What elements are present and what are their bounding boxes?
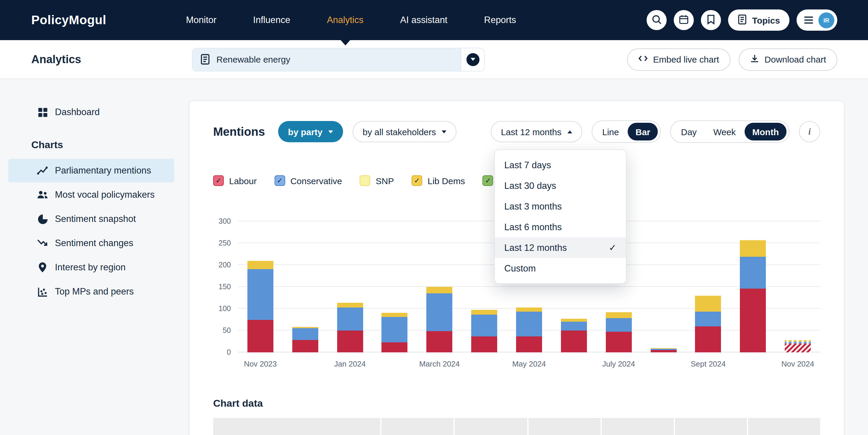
range-option-last-30-days[interactable]: Last 30 days [495, 175, 626, 196]
legend-label: Lib Dems [428, 176, 465, 186]
nav-item-analytics[interactable]: Analytics [327, 0, 364, 40]
checkbox-snp[interactable] [360, 175, 371, 186]
granularity-toggle: DayWeekMonth [671, 121, 790, 143]
sidebar-item-sentiment-snapshot[interactable]: Sentiment snapshot [8, 207, 174, 231]
embed-live-chart-button[interactable]: Embed live chart [627, 48, 730, 70]
calendar-button[interactable] [674, 10, 694, 30]
range-option-last-3-months[interactable]: Last 3 months [495, 196, 626, 216]
scatter-chart-icon [37, 286, 49, 297]
bar-slot [641, 221, 686, 353]
x-tick-label [372, 360, 417, 368]
bar-slot [283, 221, 328, 353]
search-button[interactable] [647, 10, 666, 30]
toggle-line[interactable]: Line [595, 123, 627, 140]
bar-segment-labour [247, 320, 273, 353]
chart-data-heading: Chart data [213, 398, 820, 410]
bookmark-icon [706, 14, 716, 26]
checkbox-plaid-cymru[interactable]: ✓ [483, 175, 493, 186]
checkbox-lib-dems[interactable]: ✓ [411, 175, 422, 186]
sidebar-item-label: Most vocal policymakers [55, 190, 155, 200]
bar-segment-conservative [561, 322, 587, 331]
brand-logo[interactable]: PolicyMogul [31, 0, 106, 40]
download-chart-button[interactable]: Download chart [739, 48, 837, 70]
bar-segment-conservative [695, 312, 721, 326]
bar-oct-2024[interactable] [740, 221, 766, 353]
range-option-last-12-months[interactable]: Last 12 months✓ [495, 237, 626, 258]
panel-header: Mentions by party by all stakeholders La… [213, 121, 820, 142]
bar-segment-conservative [471, 314, 497, 336]
y-tick-label: 200 [218, 261, 231, 269]
dashboard-grid-icon [37, 106, 49, 118]
bar-sept-2024[interactable] [695, 221, 721, 353]
download-icon [750, 54, 760, 65]
bar-march-2024[interactable] [427, 221, 453, 353]
legend-item-snp[interactable]: SNP [360, 175, 394, 186]
sidebar-item-parliamentary-mentions[interactable]: Parliamentary mentions [8, 159, 174, 182]
bookmark-button[interactable] [701, 10, 721, 30]
navbar-actions: Topics IR [647, 0, 837, 40]
legend-label: SNP [376, 176, 394, 186]
bar-slot [731, 221, 776, 353]
bar-segment-labour [650, 350, 676, 353]
info-button[interactable]: i [799, 121, 820, 142]
y-tick-label: 250 [218, 239, 231, 247]
sidebar-section-heading: Charts [0, 125, 177, 159]
bar-nov-2023[interactable] [247, 221, 273, 353]
bar-segment-conservative [427, 293, 453, 331]
x-tick-label [462, 360, 507, 368]
bar-april-2024[interactable] [471, 221, 497, 353]
bar-segment-labour [785, 343, 811, 353]
range-option-last-7-days[interactable]: Last 7 days [495, 155, 626, 175]
checkbox-labour[interactable]: ✓ [213, 175, 224, 186]
avatar[interactable]: IR [818, 12, 834, 28]
bar-segment-labour [695, 326, 721, 353]
by-party-dropdown[interactable]: by party [278, 121, 343, 142]
sidebar-item-most-vocal-policymakers[interactable]: Most vocal policymakers [8, 183, 174, 207]
sidebar-item-label: Dashboard [55, 107, 100, 118]
map-pin-icon [37, 262, 49, 273]
table-header-cell [213, 418, 382, 435]
bar-segment-lib-dems [516, 307, 542, 312]
bar-segment-labour [382, 342, 408, 353]
bar-aug-2024[interactable] [650, 221, 676, 353]
topic-select[interactable]: Renewable energy [192, 47, 485, 71]
bar-segment-conservative [247, 269, 273, 320]
sidebar-item-sentiment-changes[interactable]: Sentiment changes [8, 231, 174, 255]
legend-item-labour[interactable]: ✓Labour [213, 175, 256, 186]
x-tick-label: Jan 2024 [328, 360, 372, 368]
toggle-week[interactable]: Week [706, 123, 743, 140]
menu-icon [804, 16, 813, 24]
topics-button[interactable]: Topics [728, 9, 789, 31]
toggle-bar[interactable]: Bar [628, 123, 658, 140]
legend-item-lib-dems[interactable]: ✓Lib Dems [411, 175, 465, 186]
sidebar-item-dashboard[interactable]: Dashboard [8, 100, 174, 124]
nav-item-monitor[interactable]: Monitor [186, 0, 216, 40]
y-axis: 050100150200250300 [213, 221, 238, 353]
account-menu[interactable]: IR [797, 9, 837, 31]
sidebar-item-top-mps-and-peers[interactable]: Top MPs and peers [8, 280, 174, 303]
bar-segment-lib-dems [606, 312, 631, 319]
sidebar-item-label: Interest by region [55, 262, 126, 273]
range-dropdown-button[interactable]: Last 12 months [491, 121, 582, 142]
bar-jan-2024[interactable] [337, 221, 363, 353]
toggle-month[interactable]: Month [745, 123, 786, 140]
sidebar-item-interest-by-region[interactable]: Interest by region [8, 256, 174, 279]
nav-item-ai-assistant[interactable]: AI assistant [400, 0, 447, 40]
stakeholders-dropdown[interactable]: by all stakeholders [352, 121, 457, 142]
range-option-last-6-months[interactable]: Last 6 months [495, 216, 626, 237]
table-header-cell [675, 418, 748, 435]
y-tick-label: 100 [218, 305, 231, 313]
bar-nov-2024[interactable] [785, 221, 811, 353]
sidebar-item-label: Sentiment snapshot [55, 214, 136, 224]
nav-item-reports[interactable]: Reports [484, 0, 516, 40]
bar-slot [328, 221, 372, 353]
toggle-day[interactable]: Day [674, 123, 705, 140]
checkbox-conservative[interactable]: ✓ [274, 175, 285, 186]
range-option-custom[interactable]: Custom [495, 258, 626, 278]
bar-segment-labour [740, 289, 766, 353]
bar-feb-2024[interactable] [382, 221, 408, 353]
topic-select-arrow[interactable] [461, 48, 485, 70]
bar-dec-2023[interactable] [292, 221, 318, 353]
nav-item-influence[interactable]: Influence [253, 0, 290, 40]
legend-item-conservative[interactable]: ✓Conservative [274, 175, 342, 186]
